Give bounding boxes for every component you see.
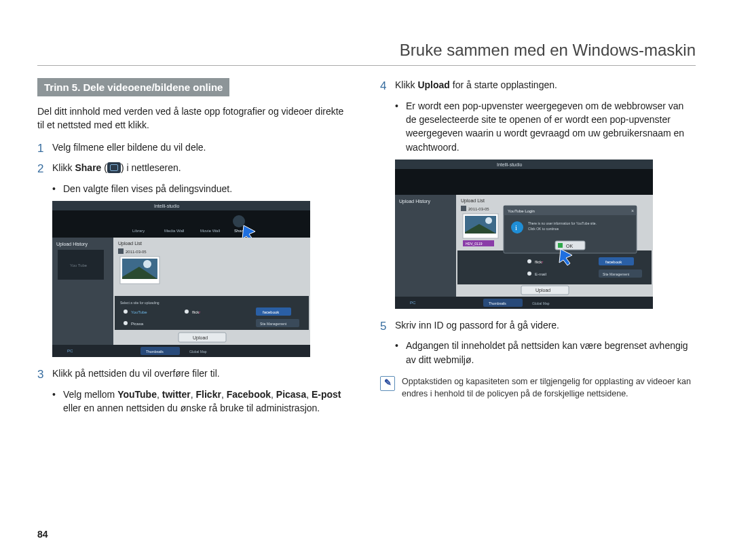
svg-text:Picasa: Picasa [131, 322, 144, 326]
screenshot-share-window: Intelli-studio Library Media Wall Movie … [52, 201, 353, 357]
svg-point-65 [527, 259, 531, 263]
step-number: 1 [37, 141, 52, 157]
svg-text:Media Wall: Media Wall [164, 229, 184, 233]
step-body: Klikk Share () i nettleseren. [52, 161, 353, 178]
step-body: Klikk på nettsiden du vil overføre filer… [52, 367, 353, 384]
svg-rect-45 [395, 160, 653, 169]
svg-rect-39 [52, 345, 310, 357]
step-number: 2 [37, 161, 52, 178]
step-5: 5 Skriv inn ID og passord for å gå vider… [380, 318, 696, 335]
svg-rect-56 [461, 206, 466, 211]
svg-text:Global Map: Global Map [532, 301, 550, 305]
step-number: 3 [37, 367, 52, 384]
svg-rect-2 [52, 210, 310, 238]
share-icon [107, 162, 121, 173]
svg-rect-52 [395, 195, 456, 297]
left-column: Trinn 5. Dele videoene/bildene online De… [37, 78, 353, 417]
step-1: 1 Velg filmene eller bildene du vil dele… [37, 141, 353, 157]
note-box: ✎ Opptakstiden og kapasiteten som er til… [380, 376, 696, 400]
svg-text:Global Map: Global Map [189, 350, 207, 354]
svg-rect-1 [52, 201, 310, 210]
svg-text:Upload History: Upload History [399, 199, 430, 204]
svg-text:Thumbnails: Thumbnails [146, 350, 164, 354]
svg-text:flickr: flickr [192, 310, 200, 314]
svg-text:YouTube Login: YouTube Login [508, 209, 535, 213]
step-3: 3 Klikk på nettsiden du vil overføre fil… [37, 367, 353, 384]
note-icon: ✎ [380, 376, 395, 391]
svg-text:facebook: facebook [263, 310, 280, 314]
svg-point-69 [527, 272, 531, 276]
svg-point-24 [143, 260, 151, 268]
svg-text:2011-03-05: 2011-03-05 [468, 207, 489, 211]
step-3-bullet: • Velg mellom YouTube, twitter, Flickr, … [52, 388, 353, 415]
svg-text:2011-03-05: 2011-03-05 [126, 250, 147, 254]
svg-point-61 [485, 217, 492, 224]
app-title: Intelli-studio [154, 204, 179, 208]
svg-text:Site Management: Site Management [260, 322, 287, 326]
svg-text:Library: Library [132, 229, 145, 233]
svg-text:×: × [631, 208, 634, 213]
step-number: 5 [380, 318, 395, 335]
svg-rect-64 [457, 250, 652, 284]
right-column: 4 Klikk Upload for å starte opplastingen… [380, 78, 696, 417]
step-2-bullet: •Den valgte filen vises på delingsvindue… [52, 182, 353, 195]
step-body: Velg filmene eller bildene du vil dele. [52, 141, 353, 157]
svg-text:Upload History: Upload History [56, 242, 88, 247]
svg-point-33 [124, 321, 128, 325]
svg-text:Upload List: Upload List [461, 198, 485, 204]
svg-text:You Tube: You Tube [70, 263, 88, 267]
screenshot-login-dialog: Intelli-studio All Add Upload History Up… [395, 160, 696, 309]
svg-text:Intelli-studio: Intelli-studio [497, 162, 522, 167]
section-heading: Trinn 5. Dele videoene/bildene online [37, 78, 229, 96]
step-body: Skriv inn ID og passord for å gå videre. [395, 318, 696, 335]
svg-text:PC: PC [67, 349, 73, 353]
step-5-bullet: •Adgangen til inneholdet på nettsiden ka… [395, 339, 696, 367]
svg-point-27 [124, 310, 128, 314]
svg-text:OK: OK [566, 244, 573, 248]
note-text: Opptakstiden og kapasiteten som er tilgj… [402, 376, 696, 400]
intro-text: Del ditt innhold med verden ved å laste … [37, 105, 353, 132]
svg-text:Site Management: Site Management [603, 272, 630, 276]
svg-point-29 [185, 310, 189, 314]
step-4-bullet: •Er wordt een pop-upvenster weergegeven … [395, 99, 696, 154]
svg-text:Upload: Upload [535, 288, 550, 293]
page-title: Bruke sammen med en Windows-maskin [37, 41, 696, 66]
svg-text:YouTube: YouTube [131, 310, 147, 314]
svg-text:Movie Wall: Movie Wall [200, 229, 220, 233]
svg-text:HDV_0119: HDV_0119 [466, 242, 483, 246]
step-body: Klikk Upload for å starte opplastingen. [395, 78, 696, 95]
svg-text:flickr: flickr [535, 260, 543, 264]
svg-text:facebook: facebook [605, 260, 622, 264]
svg-text:Click OK to continue: Click OK to continue [528, 227, 559, 231]
svg-text:Thumbnails: Thumbnails [489, 301, 506, 305]
svg-text:E-mail: E-mail [535, 272, 546, 276]
svg-rect-87 [395, 297, 653, 309]
svg-text:i: i [515, 223, 517, 231]
svg-text:Select a site for uploading: Select a site for uploading [120, 301, 159, 305]
step-2: 2 Klikk Share () i nettleseren. [37, 161, 353, 178]
svg-text:Upload: Upload [193, 335, 208, 341]
svg-text:There is no user information f: There is no user information for YouTube… [528, 221, 597, 225]
svg-text:PC: PC [410, 301, 416, 305]
svg-rect-47 [395, 169, 653, 195]
page-number: 84 [37, 529, 48, 540]
svg-text:Upload List: Upload List [118, 241, 142, 246]
svg-rect-84 [558, 243, 563, 248]
svg-rect-19 [118, 248, 124, 254]
step-4: 4 Klikk Upload for å starte opplastingen… [380, 78, 696, 95]
step-number: 4 [380, 78, 395, 95]
svg-point-7 [233, 215, 245, 227]
